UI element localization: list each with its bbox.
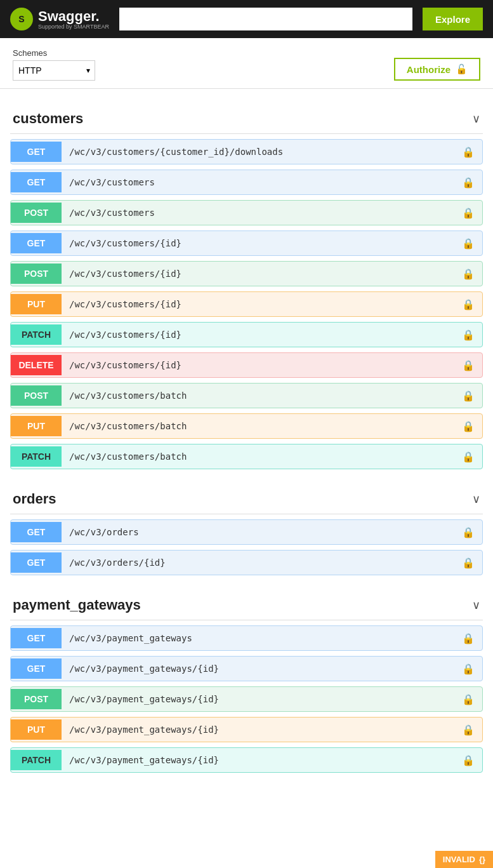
swagger-logo-icon: S	[10, 8, 33, 30]
endpoint-lock-icon: 🔒	[454, 268, 482, 280]
endpoint-lock-icon: 🔒	[454, 177, 482, 189]
invalid-icon: {}	[479, 855, 485, 864]
endpoint-lock-icon: 🔒	[454, 557, 482, 569]
endpoint-path: /wc/v3/payment_gateways	[62, 628, 454, 648]
method-badge-patch: PATCH	[11, 750, 62, 770]
section-customers: customers ∨ GET /wc/v3/customers/{custom…	[10, 104, 483, 469]
logo-text-area: Swagger. Supported by SMARTBEAR	[38, 8, 109, 30]
section-header-orders[interactable]: orders ∨	[10, 484, 483, 514]
endpoint-row[interactable]: PUT /wc/v3/customers/{id} 🔒	[10, 291, 483, 317]
endpoint-path: /wc/v3/orders	[62, 522, 454, 542]
endpoint-row[interactable]: POST /wc/v3/payment_gateways/{id} 🔒	[10, 686, 483, 712]
endpoint-row[interactable]: POST /wc/v3/customers 🔒	[10, 200, 483, 225]
method-badge-post: POST	[11, 203, 62, 223]
endpoint-row[interactable]: GET /wc/v3/payment_gateways/{id} 🔒	[10, 656, 483, 681]
lock-icon: 🔓	[456, 63, 468, 75]
chevron-icon-customers: ∨	[472, 112, 480, 126]
section-title-payment_gateways: payment_gateways	[13, 597, 141, 613]
endpoint-path: /wc/v3/customers/{id}	[62, 294, 454, 314]
section-header-payment_gateways[interactable]: payment_gateways ∨	[10, 591, 483, 620]
endpoint-path: /wc/v3/customers	[62, 172, 454, 192]
endpoint-path: /wc/v3/customers/batch	[62, 446, 454, 467]
endpoint-row[interactable]: DELETE /wc/v3/customers/{id} 🔒	[10, 352, 483, 378]
endpoint-lock-icon: 🔒	[454, 526, 482, 538]
invalid-label: INVALID	[443, 855, 475, 864]
endpoint-lock-icon: 🔒	[454, 359, 482, 371]
endpoint-path: /wc/v3/payment_gateways/{id}	[62, 689, 454, 709]
method-badge-put: PUT	[11, 294, 62, 314]
endpoint-lock-icon: 🔒	[454, 207, 482, 219]
endpoint-path: /wc/v3/customers/{id}	[62, 324, 454, 345]
endpoint-lock-icon: 🔒	[454, 237, 482, 250]
schemes-area: Schemes HTTP HTTPS	[13, 48, 95, 81]
endpoint-lock-icon: 🔒	[454, 390, 482, 402]
endpoint-lock-icon: 🔒	[454, 329, 482, 341]
method-badge-post: POST	[11, 385, 62, 406]
endpoint-row[interactable]: PUT /wc/v3/payment_gateways/{id} 🔒	[10, 717, 483, 742]
endpoint-path: /wc/v3/customers/{id}	[62, 264, 454, 284]
endpoint-path: /wc/v3/customers/{id}	[62, 233, 454, 253]
method-badge-put: PUT	[11, 719, 62, 740]
app-header: S Swagger. Supported by SMARTBEAR Explor…	[0, 0, 493, 38]
endpoint-lock-icon: 🔒	[454, 724, 482, 736]
method-badge-post: POST	[11, 689, 62, 709]
endpoint-row[interactable]: GET /wc/v3/customers/{customer_id}/downl…	[10, 139, 483, 164]
method-badge-patch: PATCH	[11, 446, 62, 467]
endpoint-row[interactable]: POST /wc/v3/customers/batch 🔒	[10, 383, 483, 408]
endpoint-path: /wc/v3/customers/{customer_id}/downloads	[62, 142, 454, 162]
bottom-bar: INVALID {}	[435, 851, 493, 868]
endpoint-path: /wc/v3/payment_gateways/{id}	[62, 658, 454, 679]
section-title-orders: orders	[13, 491, 56, 507]
section-orders: orders ∨ GET /wc/v3/orders 🔒 GET /wc/v3/…	[10, 484, 483, 575]
endpoint-path: /wc/v3/customers/batch	[62, 385, 454, 406]
logo-area: S Swagger. Supported by SMARTBEAR	[10, 8, 109, 30]
method-badge-get: GET	[11, 552, 62, 573]
method-badge-get: GET	[11, 628, 62, 648]
endpoint-lock-icon: 🔒	[454, 632, 482, 644]
endpoint-lock-icon: 🔒	[454, 420, 482, 432]
endpoint-path: /wc/v3/orders/{id}	[62, 552, 454, 573]
method-badge-put: PUT	[11, 416, 62, 436]
section-payment_gateways: payment_gateways ∨ GET /wc/v3/payment_ga…	[10, 591, 483, 773]
method-badge-post: POST	[11, 264, 62, 284]
endpoint-path: /wc/v3/customers	[62, 203, 454, 223]
authorize-label: Authorize	[407, 64, 450, 75]
main-content: customers ∨ GET /wc/v3/customers/{custom…	[0, 104, 493, 798]
explore-button[interactable]: Explore	[423, 8, 483, 30]
chevron-icon-orders: ∨	[472, 492, 480, 506]
endpoint-lock-icon: 🔒	[454, 663, 482, 675]
endpoint-lock-icon: 🔒	[454, 754, 482, 766]
endpoint-row[interactable]: POST /wc/v3/customers/{id} 🔒	[10, 261, 483, 286]
endpoint-row[interactable]: PATCH /wc/v3/payment_gateways/{id} 🔒	[10, 747, 483, 773]
endpoint-row[interactable]: GET /wc/v3/customers/{id} 🔒	[10, 230, 483, 256]
endpoint-row[interactable]: PATCH /wc/v3/customers/{id} 🔒	[10, 322, 483, 347]
method-badge-get: GET	[11, 142, 62, 162]
endpoint-lock-icon: 🔒	[454, 693, 482, 705]
endpoint-lock-icon: 🔒	[454, 298, 482, 310]
method-badge-get: GET	[11, 522, 62, 542]
method-badge-get: GET	[11, 172, 62, 192]
toolbar: Schemes HTTP HTTPS Authorize 🔓	[0, 38, 493, 89]
endpoint-path: /wc/v3/payment_gateways/{id}	[62, 719, 454, 740]
endpoint-row[interactable]: GET /wc/v3/customers 🔒	[10, 170, 483, 195]
endpoint-row[interactable]: PATCH /wc/v3/customers/batch 🔒	[10, 444, 483, 469]
endpoint-row[interactable]: PUT /wc/v3/customers/batch 🔒	[10, 413, 483, 439]
section-title-customers: customers	[13, 110, 83, 127]
method-badge-patch: PATCH	[11, 324, 62, 345]
schemes-wrapper: HTTP HTTPS	[13, 60, 95, 81]
endpoint-path: /wc/v3/customers/batch	[62, 416, 454, 436]
section-header-customers[interactable]: customers ∨	[10, 104, 483, 134]
endpoint-row[interactable]: GET /wc/v3/orders 🔒	[10, 519, 483, 545]
logo-name: Swagger.	[38, 8, 100, 24]
schemes-select[interactable]: HTTP HTTPS	[13, 60, 95, 81]
method-badge-delete: DELETE	[11, 355, 62, 375]
authorize-button[interactable]: Authorize 🔓	[394, 58, 480, 81]
url-input[interactable]	[119, 8, 412, 30]
method-badge-get: GET	[11, 233, 62, 253]
endpoint-row[interactable]: GET /wc/v3/payment_gateways 🔒	[10, 625, 483, 651]
svg-text:S: S	[18, 14, 24, 24]
chevron-icon-payment_gateways: ∨	[472, 598, 480, 612]
endpoint-row[interactable]: GET /wc/v3/orders/{id} 🔒	[10, 550, 483, 575]
endpoint-lock-icon: 🔒	[454, 451, 482, 463]
endpoint-path: /wc/v3/customers/{id}	[62, 355, 454, 375]
